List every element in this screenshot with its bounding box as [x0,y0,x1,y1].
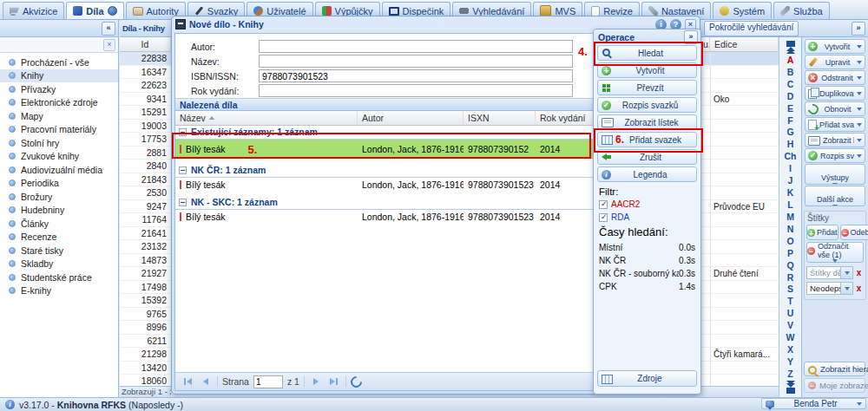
my-views-button[interactable]: Moje zobrazení [804,378,865,393]
tag-add-button[interactable]: Přidat [806,225,838,240]
table-row-id[interactable]: 22623 [120,79,171,93]
alpha-letter[interactable]: N [787,225,794,234]
table-row-edice[interactable] [701,186,779,200]
operation-button[interactable]: Zobrazit lístek [597,114,697,130]
table-row-id[interactable]: 19003 [120,120,171,134]
table-row-id[interactable]: 15291 [120,106,171,120]
refresh-icon[interactable] [348,374,364,389]
table-row-id[interactable]: 6211 [120,335,171,349]
main-tab[interactable]: Akvizice [3,2,64,19]
table-row-id[interactable]: 22838 [120,52,171,66]
category-item[interactable]: Studentské práce [0,271,118,284]
alpha-letter[interactable]: A [787,55,794,65]
filter-checkbox-row[interactable]: RDA [599,212,700,222]
collapse-group-icon[interactable] [179,128,187,136]
table-row-id[interactable]: 9341 [120,93,171,107]
operation-button[interactable]: 6. Přidat svazek [597,132,697,147]
alpha-letter[interactable]: C [787,80,794,89]
table-row-id[interactable]: 14873 [120,254,171,268]
show-hierarchy-button[interactable]: Zobrazit hierarchicky [804,362,865,376]
table-row-id[interactable]: 21298 [120,348,171,362]
alpha-letter[interactable]: G [786,127,793,137]
table-row-id[interactable]: 21843 [120,173,171,187]
combo-trigger-icon[interactable] [840,283,852,294]
table-row-edice[interactable] [701,133,779,147]
table-row-id[interactable]: 11764 [120,213,171,227]
last-page-icon[interactable] [327,375,341,388]
table-row-edice[interactable]: Druhé čtení [701,267,779,281]
table-row-id[interactable]: 13420 [120,362,171,375]
operation-button[interactable]: Hledat [597,45,697,61]
alpha-letter[interactable]: R [787,273,794,283]
form-field[interactable] [259,55,573,68]
form-field[interactable] [259,84,573,97]
alpha-letter[interactable]: F [787,116,792,126]
clear-combo-icon[interactable]: x [854,284,864,293]
table-row-edice[interactable] [701,66,779,80]
alpha-letter[interactable]: H [787,140,794,149]
alpha-letter[interactable]: X [787,345,793,355]
table-row-id[interactable]: 8996 [120,321,171,335]
column-header-autor[interactable]: Autor [358,111,464,125]
main-tab[interactable]: Díla [66,2,123,19]
collapse-panel-icon[interactable]: » [684,30,698,44]
alpha-letter[interactable]: Q [786,261,793,271]
clipped-column-header[interactable]: u.. [701,37,710,52]
table-row-id[interactable]: 2881 [120,147,171,160]
operation-button[interactable]: Legenda [597,166,697,182]
alpha-letter[interactable]: U [787,309,794,318]
category-item[interactable]: Články [0,217,118,231]
alpha-letter[interactable]: Ch [785,152,797,161]
table-row-id[interactable]: 15392 [120,294,171,308]
alpha-letter[interactable]: W [786,333,795,342]
category-item[interactable]: Staré tisky [0,244,118,258]
action-button[interactable]: Zobrazit lístek [805,133,865,147]
prev-page-icon[interactable] [199,375,213,388]
operation-button[interactable]: Převzít [597,80,697,95]
table-row-edice[interactable] [701,106,779,120]
category-item[interactable]: Brožury [0,190,118,204]
page-input[interactable] [253,375,283,388]
category-item[interactable]: Audiovizuální média [0,163,118,177]
main-tab[interactable]: Systém [713,2,772,19]
category-item[interactable]: Knihy [0,69,118,83]
table-row-edice[interactable] [701,308,779,322]
table-row-edice[interactable] [701,213,779,227]
scroll-bottom-icon[interactable] [786,382,795,395]
column-header-isxn[interactable]: ISXN [464,111,536,125]
table-row-id[interactable]: 21641 [120,227,171,241]
alpha-letter[interactable]: J [788,176,793,186]
action-button[interactable]: Duplikovat [805,86,865,101]
action-button[interactable]: Upravit [805,55,865,69]
category-item[interactable]: Procházení - vše [0,55,118,69]
table-row-edice[interactable] [701,227,779,241]
table-row-edice[interactable] [701,240,779,254]
table-row-edice[interactable] [701,294,779,308]
category-item[interactable]: E-knihy [0,284,118,298]
operation-button[interactable]: Rozpis svazků [597,97,697,113]
table-row-edice[interactable] [701,52,779,66]
operation-button[interactable]: Zrušit [597,149,697,165]
checkbox-checked-icon[interactable] [599,213,608,222]
table-row-id[interactable]: 21927 [120,267,171,281]
table-row-id[interactable]: 9765 [120,308,171,322]
category-item[interactable]: Recenze [0,231,118,245]
column-header-nazev[interactable]: Název [175,111,358,125]
alpha-letter[interactable]: B [787,68,794,77]
alpha-letter[interactable]: O [786,237,793,246]
table-row-id[interactable]: 2840 [120,160,171,173]
tags-combo[interactable]: Štítky děl [806,266,853,279]
action-button[interactable]: Obnovit [805,101,865,116]
collapse-right-icon[interactable]: » [852,22,865,36]
clear-combo-icon[interactable]: x [854,268,864,277]
action-button[interactable]: Další akce [805,186,865,206]
alpha-letter[interactable]: I [789,164,792,173]
table-row-edice[interactable]: Oko [701,93,779,107]
filter-checkbox-row[interactable]: AACR2 [599,199,700,209]
deselect-all-button[interactable]: Odznačit vše (1) [806,242,864,263]
collapse-left-icon[interactable]: « [102,22,115,36]
alpha-letter[interactable]: P [787,249,793,258]
table-row-edice[interactable] [701,79,779,93]
table-row-id[interactable]: 17498 [120,281,171,295]
table-row-edice[interactable] [701,160,779,173]
